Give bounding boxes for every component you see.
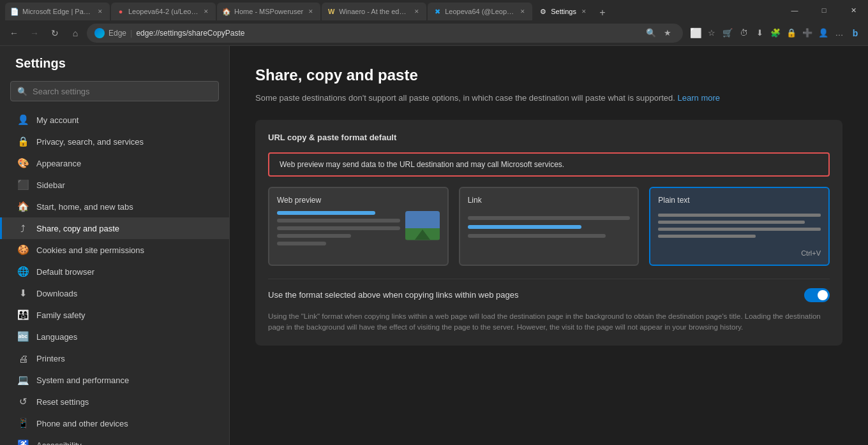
learn-more-link[interactable]: Learn more — [678, 93, 720, 103]
cookies-icon: 🍪 — [17, 244, 29, 256]
sidebar-item-label-default-browser: Default browser — [36, 267, 94, 277]
sidebar-item-cookies[interactable]: 🍪 Cookies and site permissions — [0, 239, 229, 261]
tab-favicon-3: W — [327, 7, 336, 16]
web-preview-sky — [405, 211, 440, 229]
tab-3[interactable]: W Winaero - At the edge of... ✕ — [322, 3, 426, 20]
search-box[interactable]: 🔍 Search settings — [10, 81, 219, 101]
toggle-row: Use the format selected above when copyi… — [268, 279, 830, 307]
page-title: Share, copy and paste — [255, 66, 842, 84]
toggle-knob — [818, 290, 828, 300]
close-button[interactable]: ✕ — [839, 0, 868, 20]
sidebar-item-label-system: System and performance — [36, 376, 129, 385]
search-icon: 🔍 — [17, 87, 27, 96]
sidebar: Settings 🔍 Search settings 👤 My account … — [0, 46, 230, 445]
toggle-label: Use the format selected above when copyi… — [268, 290, 518, 300]
sidebar-item-default-browser[interactable]: 🌐 Default browser — [0, 261, 229, 282]
favorites-toolbar-icon[interactable]: ☆ — [704, 26, 719, 41]
sidebar-item-share-copy[interactable]: ⤴ Share, copy and paste — [0, 217, 229, 239]
edge-logo-icon — [94, 28, 105, 38]
tab-favicon-1: ● — [116, 7, 125, 16]
pt-line-2 — [658, 221, 804, 224]
more-icon[interactable]: … — [832, 26, 847, 41]
sidebar-item-family-safety[interactable]: 👨‍👩‍👧 Family safety — [0, 304, 229, 326]
share-icon[interactable]: ➕ — [800, 26, 815, 41]
reset-icon: ↺ — [17, 396, 29, 407]
search-icon[interactable]: 🔍 — [643, 26, 659, 41]
address-url: edge://settings/shareCopyPaste — [136, 29, 244, 38]
extensions-icon[interactable]: 🧩 — [768, 26, 783, 41]
maximize-button[interactable]: □ — [809, 0, 839, 20]
back-button[interactable]: ← — [5, 24, 23, 42]
tab-label-4: Leopeva64 (@Leopeva64... — [445, 8, 515, 15]
tab-1[interactable]: ● Leopeva64-2 (u/Leopeva6... ✕ — [111, 3, 216, 20]
address-bar-input[interactable]: Edge | edge://settings/shareCopyPaste 🔍 … — [87, 24, 683, 43]
web-preview-mountain — [415, 230, 430, 240]
sidebar-item-privacy[interactable]: 🔒 Privacy, search, and services — [0, 131, 229, 152]
sidebar-item-phone[interactable]: 📱 Phone and other devices — [0, 412, 229, 434]
sidebar-item-downloads[interactable]: ⬇ Downloads — [0, 282, 229, 304]
sidebar-item-label-start-home: Start, home, and new tabs — [36, 202, 133, 212]
split-screen-icon[interactable]: ⬜ — [688, 26, 703, 41]
favorites-icon[interactable]: ★ — [660, 26, 675, 41]
downloads-icon[interactable]: ⬇ — [752, 26, 767, 41]
profile-icon[interactable]: 👤 — [816, 26, 831, 41]
tab-label-3: Winaero - At the edge of... — [339, 8, 409, 15]
sidebar-item-label-phone: Phone and other devices — [36, 419, 128, 428]
tab-4[interactable]: ✖ Leopeva64 (@Leopeva64... ✕ — [428, 3, 532, 20]
sidebar-item-system[interactable]: 💻 System and performance — [0, 369, 229, 391]
new-tab-button[interactable]: + — [595, 5, 610, 20]
format-card-title-link: Link — [468, 196, 631, 205]
warning-banner: Web preview may send data to the URL des… — [268, 152, 830, 177]
tab-5[interactable]: ⚙ Settings ✕ — [534, 3, 594, 20]
collections-icon[interactable]: 🛒 — [720, 26, 735, 41]
tab-0[interactable]: 📄 Microsoft Edge | Page 148 ✕ — [5, 3, 110, 20]
tab-2[interactable]: 🏠 Home - MSPoweruser ✕ — [217, 3, 320, 20]
sidebar-title: Settings — [0, 56, 229, 81]
performance-icon[interactable]: 🔒 — [784, 26, 799, 41]
format-options: Web preview — [268, 187, 830, 266]
sidebar-item-sidebar[interactable]: ⬛ Sidebar — [0, 174, 229, 196]
bing-icon[interactable]: b — [848, 26, 863, 41]
search-placeholder: Search settings — [33, 87, 90, 96]
wp-line-gray-1 — [277, 219, 400, 222]
minimize-button[interactable]: — — [780, 0, 809, 20]
window-controls: — □ ✕ — [780, 0, 868, 20]
sidebar-item-appearance[interactable]: 🎨 Appearance — [0, 152, 229, 174]
history-icon[interactable]: ⏱ — [736, 26, 751, 41]
content-area: Share, copy and paste Some paste destina… — [230, 46, 868, 445]
link-mock — [468, 211, 631, 248]
format-card-web-preview[interactable]: Web preview — [268, 187, 449, 266]
tab-label-1: Leopeva64-2 (u/Leopeva6... — [128, 8, 198, 15]
refresh-button[interactable]: ↻ — [46, 24, 64, 42]
tab-close-5[interactable]: ✕ — [580, 7, 588, 16]
web-preview-mock — [277, 211, 440, 249]
format-card-plain-text[interactable]: Plain text Ctrl+V — [649, 187, 830, 266]
wp-line-gray-4 — [277, 242, 326, 245]
toggle-switch[interactable] — [804, 288, 830, 302]
sidebar-item-label-printers: Printers — [36, 354, 65, 363]
sidebar-item-reset[interactable]: ↺ Reset settings — [0, 391, 229, 412]
tab-close-4[interactable]: ✕ — [518, 7, 527, 16]
home-button[interactable]: ⌂ — [66, 24, 84, 42]
sidebar-item-languages[interactable]: 🔤 Languages — [0, 326, 229, 347]
sidebar-item-label-cookies: Cookies and site permissions — [36, 245, 144, 255]
phone-icon: 📱 — [17, 418, 29, 429]
web-preview-land — [405, 228, 440, 240]
format-card-link[interactable]: Link — [459, 187, 640, 266]
tab-close-2[interactable]: ✕ — [306, 7, 315, 16]
tab-close-3[interactable]: ✕ — [412, 7, 421, 16]
family-safety-icon: 👨‍👩‍👧 — [17, 309, 29, 321]
sidebar-icon: ⬛ — [17, 179, 29, 191]
tab-close-1[interactable]: ✕ — [202, 7, 211, 16]
sidebar-item-start-home[interactable]: 🏠 Start, home, and new tabs — [0, 196, 229, 217]
tab-close-0[interactable]: ✕ — [96, 7, 105, 16]
forward-button[interactable]: → — [26, 24, 43, 42]
section-title: URL copy & paste format default — [268, 133, 830, 142]
sidebar-item-printers[interactable]: 🖨 Printers — [0, 347, 229, 369]
sidebar-item-label-sidebar: Sidebar — [36, 180, 65, 190]
default-browser-icon: 🌐 — [17, 266, 29, 277]
sidebar-item-accessibility[interactable]: ♿ Accessibility — [0, 434, 229, 445]
sidebar-item-my-account[interactable]: 👤 My account — [0, 109, 229, 131]
sidebar-item-label-family-safety: Family safety — [36, 310, 86, 320]
downloads-icon: ⬇ — [17, 288, 29, 299]
